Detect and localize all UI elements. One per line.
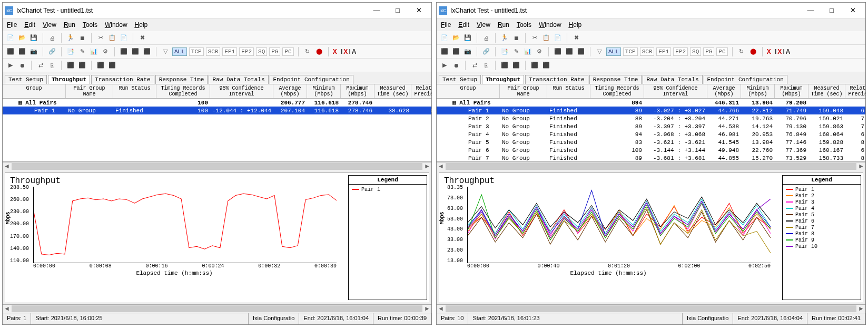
tool3-icon[interactable]: ⬛	[142, 47, 152, 56]
column-header[interactable]: RelativPrecisio	[411, 84, 432, 98]
tool3-icon[interactable]: ⬛	[576, 47, 586, 56]
delete-icon[interactable]: ✖	[137, 33, 147, 43]
new-file-icon[interactable]: 📄	[6, 33, 15, 43]
tab-raw data totals[interactable]: Raw Data Totals	[209, 75, 268, 84]
filter-icon[interactable]: ▽	[595, 47, 604, 56]
filter-ep2[interactable]: EP2	[239, 47, 254, 56]
save-icon[interactable]: 💾	[463, 33, 472, 43]
filter-pc[interactable]: PC	[716, 47, 727, 56]
tab-endpoint configuration[interactable]: Endpoint Configuration	[704, 75, 787, 84]
group-icon[interactable]: ⬛	[17, 47, 27, 56]
help-icon[interactable]: ⬤	[314, 47, 324, 56]
close-button[interactable]: ✕	[408, 4, 429, 17]
chart-icon[interactable]: 📊	[89, 47, 98, 56]
clone-icon[interactable]: ⎘	[481, 61, 491, 70]
filter-tcp[interactable]: TCP	[189, 47, 204, 56]
column-header[interactable]: Run Status	[113, 84, 156, 98]
column-header[interactable]: Average(Mbps)	[273, 84, 307, 98]
filter-ep2[interactable]: EP2	[673, 47, 688, 56]
table-row[interactable]: Pair 1 No Group Finished 89 -3.027 : +3.…	[437, 107, 865, 114]
filter-scr[interactable]: SCR	[640, 47, 655, 56]
camera-icon[interactable]: 📷	[29, 47, 38, 56]
filter-scr[interactable]: SCR	[206, 47, 221, 56]
copy-icon[interactable]: 📋	[107, 33, 117, 43]
script-icon[interactable]: 📑	[66, 47, 75, 56]
tab-test setup[interactable]: Test Setup	[5, 75, 47, 84]
table-row[interactable]: Pair 7 No Group Finished 89 -3.681 : +3.…	[437, 154, 865, 162]
filter-sq[interactable]: SQ	[690, 47, 701, 56]
menu-window[interactable]: Window	[539, 21, 561, 28]
horizontal-scrollbar[interactable]: ◄►	[437, 162, 865, 170]
table-row[interactable]: Pair 4 No Group Finished 94 -3.068 : +3.…	[437, 130, 865, 138]
open-icon[interactable]: 📂	[451, 33, 461, 43]
paste-icon[interactable]: 📄	[119, 33, 129, 43]
table-body[interactable]: ▦ All Pairs 894 446.31113.98479.208 Pair…	[437, 99, 865, 162]
app2-icon[interactable]: ⬛	[541, 61, 551, 70]
menu-file[interactable]: File	[441, 21, 451, 28]
summary-row[interactable]: ▦ All Pairs 894 446.31113.98479.208	[437, 99, 865, 107]
tab-throughput[interactable]: Throughput	[48, 75, 90, 84]
column-header[interactable]: MeasuredTime (sec)	[374, 84, 411, 98]
menu-run[interactable]: Run	[498, 21, 509, 28]
cut-icon[interactable]: ✂	[96, 33, 105, 43]
table-row[interactable]: Pair 5 No Group Finished 83 -3.621 : -3.…	[437, 138, 865, 146]
minimize-button[interactable]: —	[366, 4, 387, 17]
chart-scrollbar[interactable]: ◄►	[437, 304, 865, 313]
column-header[interactable]: Timing RecordsCompleted	[590, 84, 644, 98]
column-header[interactable]: Average(Mbps)	[707, 84, 741, 98]
close-button[interactable]: ✕	[842, 4, 863, 17]
net1-icon[interactable]: ⬛	[500, 61, 509, 70]
filter-ep1[interactable]: EP1	[656, 47, 671, 56]
filter-tcp[interactable]: TCP	[623, 47, 638, 56]
reload-icon[interactable]: ↻	[737, 47, 746, 56]
copy-icon[interactable]: 📋	[541, 33, 551, 43]
rec-icon[interactable]: ⏺	[451, 61, 461, 70]
menu-tools[interactable]: Tools	[517, 21, 531, 28]
save-icon[interactable]: 💾	[29, 33, 38, 43]
menu-help[interactable]: Help	[135, 21, 148, 28]
table-row[interactable]: Pair 1 No Group Finished 100 -12.044 : +…	[3, 107, 431, 114]
filter-pc[interactable]: PC	[282, 47, 293, 56]
tab-throughput[interactable]: Throughput	[482, 75, 524, 84]
net1-icon[interactable]: ⬛	[66, 61, 75, 70]
column-header[interactable]: Pair GroupName	[66, 84, 113, 98]
column-header[interactable]: Timing RecordsCompleted	[156, 84, 210, 98]
table-row[interactable]: Pair 2 No Group Finished 88 -3.204 : +3.…	[437, 114, 865, 122]
filter-pg[interactable]: PG	[703, 47, 714, 56]
minimize-button[interactable]: —	[800, 4, 821, 17]
clone-icon[interactable]: ⎘	[47, 61, 57, 70]
filter-sq[interactable]: SQ	[256, 47, 267, 56]
edit-icon[interactable]: ✎	[77, 47, 87, 56]
tab-test setup[interactable]: Test Setup	[439, 75, 481, 84]
table-row[interactable]: Pair 3 No Group Finished 89 -3.397 : +3.…	[437, 122, 865, 130]
summary-row[interactable]: ▦ All Pairs 100 206.777116.618278.746	[3, 99, 431, 107]
column-header[interactable]: Group	[437, 84, 500, 98]
run-icon[interactable]: 🏃	[500, 33, 509, 43]
column-header[interactable]: Maximum(Mbps)	[775, 84, 808, 98]
chart-icon[interactable]: 📊	[523, 47, 532, 56]
app1-icon[interactable]: ⬛	[96, 61, 105, 70]
table-body[interactable]: ▦ All Pairs 100 206.777116.618278.746 Pa…	[3, 99, 431, 162]
tool1-icon[interactable]: ⬛	[119, 47, 129, 56]
filter-all[interactable]: ALL	[172, 47, 187, 56]
menu-file[interactable]: File	[7, 21, 17, 28]
config-icon[interactable]: ⚙	[535, 47, 544, 56]
tab-response time[interactable]: Response Time	[155, 75, 208, 84]
app1-icon[interactable]: ⬛	[530, 61, 539, 70]
config-icon[interactable]: ⚙	[101, 47, 110, 56]
chart-scrollbar[interactable]: ◄►	[3, 304, 431, 313]
net2-icon[interactable]: ⬛	[511, 61, 521, 70]
new-file-icon[interactable]: 📄	[440, 33, 449, 43]
column-header[interactable]: Pair GroupName	[500, 84, 547, 98]
swap-icon[interactable]: ⇄	[470, 61, 479, 70]
tab-endpoint configuration[interactable]: Endpoint Configuration	[270, 75, 353, 84]
column-header[interactable]: 95% ConfidenceInterval	[644, 84, 707, 98]
menu-run[interactable]: Run	[64, 21, 75, 28]
menu-edit[interactable]: Edit	[24, 21, 35, 28]
maximize-button[interactable]: □	[387, 4, 408, 17]
menu-window[interactable]: Window	[105, 21, 127, 28]
delete-icon[interactable]: ✖	[571, 33, 581, 43]
tab-transaction rate[interactable]: Transaction Rate	[91, 75, 154, 84]
filter-all[interactable]: ALL	[606, 47, 621, 56]
column-header[interactable]: MeasuredTime (sec)	[808, 84, 845, 98]
